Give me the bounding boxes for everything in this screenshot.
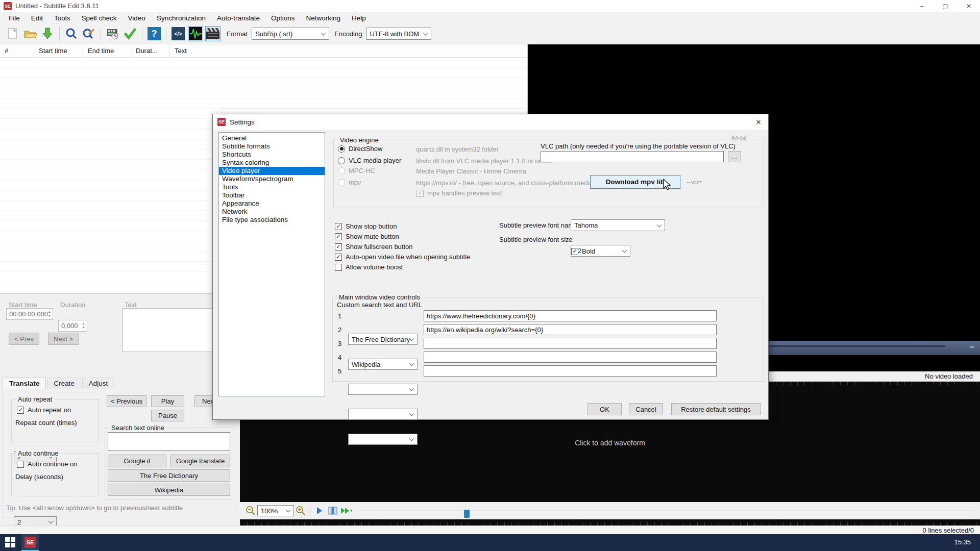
search-row-4-url-input[interactable] — [424, 352, 717, 363]
auto-repeat-checkbox-row[interactable]: ✓ Auto repeat on — [17, 406, 71, 414]
new-icon[interactable] — [5, 26, 20, 41]
stepper-arrows-icon[interactable]: ▲▼ — [82, 321, 85, 330]
column-start-time[interactable]: Start time — [34, 44, 83, 58]
font-name-combo[interactable]: Tahoma — [571, 219, 665, 231]
video-position-icon[interactable] — [327, 505, 338, 516]
save-icon[interactable] — [40, 26, 55, 41]
auto-open-video-row[interactable]: ✓ Auto-open video file when opening subt… — [335, 253, 470, 261]
waveform-position-marker[interactable] — [464, 510, 470, 518]
duration-stepper[interactable]: 0,000 ▲▼ — [58, 320, 87, 332]
section-network[interactable]: Network — [219, 208, 325, 216]
show-stop-checkbox[interactable]: ✓ — [335, 223, 342, 230]
waveform-scroll-track[interactable] — [359, 511, 975, 511]
encoding-combo[interactable]: UTF-8 with BOM — [366, 28, 431, 40]
google-translate-button[interactable]: Google translate — [170, 455, 230, 467]
wikipedia-button[interactable]: Wikipedia — [108, 484, 230, 496]
video-toggle-icon[interactable] — [205, 26, 220, 41]
start-button[interactable] — [5, 537, 16, 548]
menu-tools[interactable]: Tools — [48, 12, 76, 23]
menu-video[interactable]: Video — [122, 12, 151, 23]
menu-file[interactable]: File — [3, 12, 26, 23]
source-view-icon[interactable]: </> — [170, 26, 186, 41]
engine-vlc-row[interactable]: VLC media player — [338, 157, 401, 164]
prev-subtitle-button[interactable]: < Prev — [9, 333, 39, 345]
volume-boost-checkbox[interactable] — [335, 264, 342, 271]
playback-rate-icon[interactable] — [340, 505, 352, 516]
section-shortcuts[interactable]: Shortcuts — [219, 151, 325, 159]
cancel-button[interactable]: Cancel — [629, 403, 663, 415]
show-mute-row[interactable]: ✓ Show mute button — [335, 233, 399, 240]
volume-boost-row[interactable]: Allow volume boost — [335, 263, 403, 271]
section-general[interactable]: General — [219, 134, 325, 142]
restore-defaults-button[interactable]: Restore default settings — [671, 403, 761, 415]
bold-row[interactable]: ✓ Bold — [571, 247, 595, 255]
section-appearance[interactable]: Appearance — [219, 199, 325, 208]
menu-spell-check[interactable]: Spell check — [76, 12, 122, 23]
menu-networking[interactable]: Networking — [301, 12, 347, 23]
play-icon[interactable] — [314, 505, 325, 516]
settings-section-list[interactable]: General Subtitle formats Shortcuts Synta… — [218, 132, 325, 396]
search-row-2-url-input[interactable] — [424, 324, 717, 335]
bold-checkbox[interactable]: ✓ — [571, 248, 578, 255]
search-row-1-engine-combo[interactable]: The Free Dictionary — [348, 334, 418, 345]
column-end-time[interactable]: End time — [83, 44, 131, 58]
taskbar-subtitle-edit-button[interactable]: SE — [21, 534, 39, 551]
section-subtitle-formats[interactable]: Subtitle formats — [219, 142, 325, 151]
vlc-path-input[interactable] — [541, 151, 724, 162]
section-syntax-coloring[interactable]: Syntax coloring — [219, 159, 325, 167]
format-combo[interactable]: SubRip (.srt) — [252, 28, 329, 40]
vlc-radio[interactable] — [338, 157, 345, 164]
search-text-input[interactable] — [108, 432, 230, 451]
visual-sync-icon[interactable] — [105, 26, 120, 41]
menu-synchronization[interactable]: Synchronization — [151, 12, 211, 23]
show-mute-checkbox[interactable]: ✓ — [335, 233, 342, 240]
taskbar-clock[interactable]: 15:35 — [954, 538, 971, 546]
open-icon[interactable] — [22, 26, 38, 41]
fast-forward-icon[interactable]: ▸▸ — [970, 343, 974, 350]
google-it-button[interactable]: Google it — [108, 455, 166, 467]
waveform-toggle-icon[interactable] — [188, 26, 203, 41]
show-stop-row[interactable]: ✓ Show stop button — [335, 222, 397, 230]
search-row-5-url-input[interactable] — [424, 365, 717, 377]
tab-create[interactable]: Create — [47, 378, 81, 389]
previous-button[interactable]: < Previous — [107, 395, 146, 407]
section-tools[interactable]: Tools — [219, 183, 325, 191]
free-dictionary-button[interactable]: The Free Dictionary — [108, 469, 230, 482]
search-row-4-engine-combo[interactable] — [348, 409, 418, 420]
search-row-3-engine-combo[interactable] — [348, 384, 418, 395]
maximize-button[interactable]: ▢ — [935, 0, 955, 12]
dialog-close-icon[interactable]: ✕ — [752, 116, 765, 128]
engine-directshow-row[interactable]: DirectShow — [338, 145, 382, 153]
find-icon[interactable] — [64, 26, 79, 41]
waveform-zoom-combo[interactable]: 100% — [257, 505, 294, 516]
play-button[interactable]: Play — [151, 395, 184, 407]
menu-auto-translate[interactable]: Auto-translate — [211, 12, 265, 23]
show-fullscreen-row[interactable]: ✓ Show fullscreen button — [335, 243, 413, 251]
zoom-in-icon[interactable] — [295, 505, 306, 516]
minimize-button[interactable]: – — [912, 0, 932, 12]
search-row-1-url-input[interactable] — [424, 310, 717, 321]
show-fullscreen-checkbox[interactable]: ✓ — [335, 243, 342, 251]
spell-check-icon[interactable] — [122, 26, 138, 41]
auto-repeat-checkbox[interactable]: ✓ — [17, 407, 24, 414]
section-video-player[interactable]: Video player — [219, 167, 325, 175]
zoom-out-icon[interactable] — [245, 505, 256, 516]
help-icon[interactable]: ? — [146, 26, 162, 41]
column-number[interactable]: # — [0, 44, 34, 58]
menu-help[interactable]: Help — [346, 12, 372, 23]
close-button[interactable]: ✕ — [959, 0, 979, 12]
search-row-2-engine-combo[interactable]: Wikipedia — [348, 359, 418, 370]
replace-icon[interactable] — [81, 26, 96, 41]
menu-options[interactable]: Options — [265, 12, 301, 23]
search-row-5-engine-combo[interactable] — [348, 434, 418, 445]
ok-button[interactable]: OK — [587, 403, 622, 415]
section-file-type-associations[interactable]: File type associations — [219, 216, 325, 224]
column-text[interactable]: Text — [170, 44, 527, 58]
auto-open-video-checkbox[interactable]: ✓ — [335, 254, 342, 261]
section-toolbar[interactable]: Toolbar — [219, 191, 325, 199]
search-row-3-url-input[interactable] — [424, 338, 717, 349]
tab-adjust[interactable]: Adjust — [82, 378, 115, 389]
stepper-arrows-icon[interactable]: ▲▼ — [48, 310, 51, 318]
column-duration[interactable]: Durat... — [131, 44, 170, 58]
section-waveform-spectrogram[interactable]: Waveform/spectrogram — [219, 175, 325, 183]
